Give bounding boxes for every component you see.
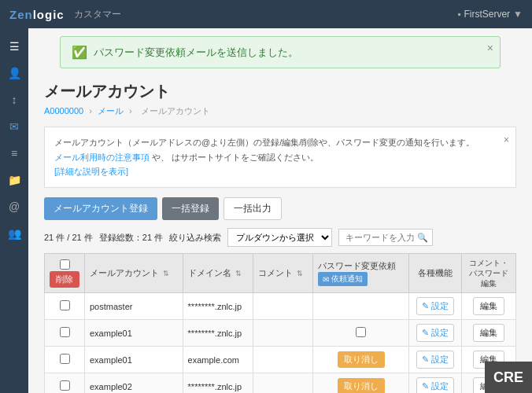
row-domain: ********.znlc.jp (183, 373, 253, 393)
server-label: FirstServer (464, 9, 510, 20)
row-request (313, 293, 409, 320)
sidebar-item-folder[interactable]: 📁 (2, 168, 26, 192)
th-account: メールアカウント ⇅ (85, 254, 183, 293)
edit-button[interactable]: 編集 (473, 324, 504, 342)
row-request: 取り消し (313, 373, 409, 393)
row-edit: 編集 (462, 320, 516, 347)
setting-button[interactable]: ✎ 設定 (416, 351, 454, 369)
info-text-1: メールアカウント（メールアドレスの@より左側）の登録/編集/削除や、パスワード変… (54, 138, 475, 147)
logo: Zenlogic (9, 8, 65, 21)
row-setting: ✎ 設定 (409, 293, 462, 320)
bulk-register-button[interactable]: 一括登録 (162, 197, 219, 220)
main-content: ✅ パスワード変更依頼メールを送信しました。 × メールアカウント A00000… (28, 28, 532, 393)
filter-dropdown[interactable]: プルダウンから選択 (227, 228, 332, 247)
total-text: 登録総数：21 件 (99, 232, 163, 244)
sidebar: ☰ 👤 ↕ ✉ ≡ 📁 @ 👥 (0, 28, 28, 393)
info-link-1[interactable]: メール利用時の注意事項 (54, 152, 150, 162)
row-request: 取り消し (313, 347, 409, 373)
row-comment (253, 293, 313, 320)
row-checkbox[interactable] (60, 327, 70, 337)
sidebar-item-list[interactable]: ≡ (2, 141, 26, 165)
check-icon: ✅ (72, 45, 87, 60)
setting-button[interactable]: ✎ 設定 (416, 377, 454, 393)
row-request (313, 320, 409, 347)
table-row: example02 ********.znlc.jp 取り消し ✎ 設定 編集 (45, 373, 516, 393)
th-functions: 各種機能 (409, 254, 462, 293)
edit-button[interactable]: 編集 (473, 297, 504, 315)
row-account: postmaster (85, 293, 183, 320)
row-checkbox-cell (45, 320, 85, 347)
row-comment (253, 320, 313, 347)
topbar-right: ▪ FirstServer ▼ (457, 9, 523, 20)
sidebar-item-arrows[interactable]: ↕ (2, 88, 26, 112)
notification-close-button[interactable]: × (487, 42, 493, 54)
sort-icon-account[interactable]: ⇅ (163, 270, 169, 277)
breadcrumb-current: メールアカウント (141, 106, 210, 116)
filter-bar: 21 件 / 21 件 登録総数：21 件 絞り込み検索 プルダウンから選択 🔍 (44, 228, 516, 247)
row-setting: ✎ 設定 (409, 373, 462, 393)
row-checkbox[interactable] (60, 380, 70, 391)
row-setting: ✎ 設定 (409, 347, 462, 373)
server-icon: ▪ (457, 9, 460, 20)
request-checkbox[interactable] (356, 327, 366, 337)
filter-label: 絞り込み検索 (169, 232, 221, 244)
row-checkbox[interactable] (60, 354, 70, 364)
table-wrap: 削除 メールアカウント ⇅ ドメイン名 ⇅ コメント (44, 253, 516, 393)
row-domain: ********.znlc.jp (183, 293, 253, 320)
sort-icon-domain[interactable]: ⇅ (235, 270, 242, 277)
table-row: example01 example.com 取り消し ✎ 設定 編集 (45, 347, 516, 373)
mail-icon: ✉ (323, 275, 329, 284)
topbar-dropdown-icon[interactable]: ▼ (513, 9, 523, 20)
info-box: メールアカウント（メールアドレスの@より左側）の登録/編集/削除や、パスワード変… (44, 127, 516, 188)
th-domain: ドメイン名 ⇅ (183, 254, 253, 293)
search-wrap: 🔍 (338, 229, 433, 246)
row-account: example01 (85, 347, 183, 373)
row-domain: ********.znlc.jp (183, 320, 253, 347)
topbar: Zenlogic カスタマー ▪ FirstServer ▼ (0, 0, 532, 28)
row-checkbox-cell (45, 347, 85, 373)
register-button[interactable]: メールアカウント登録 (44, 197, 157, 220)
sidebar-item-at[interactable]: @ (2, 195, 26, 219)
th-edit: コメント・パスワード編集 (462, 254, 516, 293)
cre-badge: CRE (485, 362, 532, 393)
sidebar-item-user[interactable]: 👤 (2, 61, 26, 85)
table-row: example01 ********.znlc.jp ✎ 設定 編集 (45, 320, 516, 347)
delete-button[interactable]: 削除 (50, 271, 79, 288)
table-row: postmaster ********.znlc.jp ✎ 設定 編集 (45, 293, 516, 320)
count-text: 21 件 / 21 件 (44, 232, 93, 244)
notification-banner: ✅ パスワード変更依頼メールを送信しました。 × (60, 36, 501, 68)
info-close-button[interactable]: × (504, 132, 509, 148)
row-comment (253, 347, 313, 373)
page-title: メールアカウント (44, 81, 516, 102)
row-edit: 編集 (462, 293, 516, 320)
cancel-request-button[interactable]: 取り消し (338, 351, 385, 368)
action-buttons: メールアカウント登録 一括登録 一括出力 (44, 197, 516, 220)
row-setting: ✎ 設定 (409, 320, 462, 347)
th-comment: コメント ⇅ (253, 254, 313, 293)
breadcrumb-mail[interactable]: メール (98, 106, 124, 116)
select-all-checkbox[interactable] (60, 259, 70, 270)
row-comment (253, 373, 313, 393)
accounts-table: 削除 メールアカウント ⇅ ドメイン名 ⇅ コメント (44, 253, 516, 393)
setting-button[interactable]: ✎ 設定 (416, 324, 454, 342)
row-checkbox-cell (45, 373, 85, 393)
row-checkbox-cell (45, 293, 85, 320)
sidebar-item-menu[interactable]: ☰ (2, 35, 26, 58)
row-account: example01 (85, 320, 183, 347)
sidebar-item-mail[interactable]: ✉ (2, 115, 26, 138)
bulk-export-button[interactable]: 一括出力 (224, 197, 282, 220)
row-account: example02 (85, 373, 183, 393)
search-icon: 🔍 (417, 233, 428, 243)
notification-text: パスワード変更依頼メールを送信しました。 (94, 46, 298, 60)
sort-icon-comment[interactable]: ⇅ (297, 270, 303, 277)
request-all-button[interactable]: ✉依頼通知 (318, 272, 368, 286)
row-checkbox[interactable] (60, 300, 70, 310)
th-request: パスワード変更依頼 ✉依頼通知 (313, 254, 409, 293)
detail-link[interactable]: [詳細な説明を表示] (54, 167, 128, 176)
breadcrumb-home[interactable]: A0000000 (44, 106, 83, 116)
cancel-request-button[interactable]: 取り消し (338, 378, 385, 393)
setting-button[interactable]: ✎ 設定 (416, 297, 454, 315)
customer-label: カスタマー (74, 8, 121, 21)
sidebar-item-person[interactable]: 👥 (2, 222, 26, 245)
row-domain: example.com (183, 347, 253, 373)
